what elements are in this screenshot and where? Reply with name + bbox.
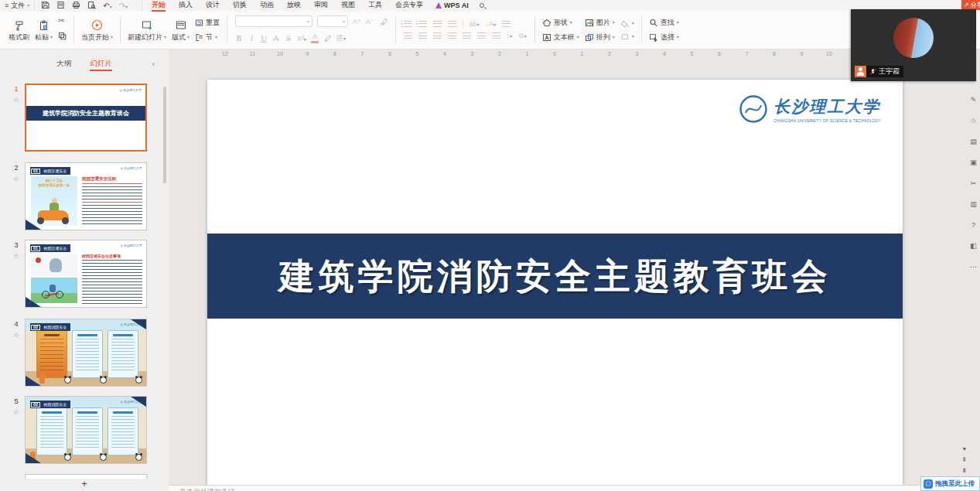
slide-thumbnail-4[interactable]: 长沙理工大学 02 校园消防安全 (25, 319, 147, 387)
select-button[interactable]: 选择▾ (649, 32, 679, 43)
strikethrough-button[interactable]: A (272, 34, 280, 43)
increase-font-button[interactable]: A⁺ (353, 18, 361, 26)
scroll-down-icon[interactable]: ▾ (963, 445, 966, 452)
italic-button[interactable]: I (248, 34, 255, 43)
star-panel-icon[interactable]: ☆ (970, 117, 976, 124)
font-family-select[interactable] (235, 15, 312, 27)
copy-button[interactable] (58, 29, 67, 43)
menubar: ≡ 文件 ▾ ↶▾ ↷▾ 开始 插入 设计 切换 动画 放映 审阅 视图 工具 … (0, 0, 980, 11)
image-panel-icon[interactable]: ▣ (970, 159, 977, 166)
upload-dropzone-button[interactable]: ⬡ 拖拽至此上传 (920, 476, 980, 491)
search-button[interactable] (480, 2, 484, 9)
outline-color-button[interactable]: ▾ (620, 32, 634, 41)
numbered-list-icon[interactable] (418, 21, 427, 27)
print-icon[interactable] (72, 1, 80, 11)
align-left-icon[interactable] (404, 32, 412, 39)
pen-panel-icon[interactable]: ✎ (971, 96, 977, 104)
line-spacing-button[interactable]: ↕▾ (507, 32, 513, 39)
decrease-spacing-icon[interactable] (492, 32, 500, 39)
picture-button[interactable]: 图片▾ (585, 18, 615, 28)
paste-button[interactable]: 粘贴▾ (35, 18, 53, 43)
slide-thumbnail-2[interactable]: 长沙理工大学 01 校园交通安全 骑行千万条 校园交通安全第一条 校园交通安全法… (25, 162, 147, 230)
tab-insert[interactable]: 插入 (179, 0, 193, 12)
help-panel-icon[interactable]: ? (971, 221, 975, 229)
distribute-icon[interactable] (463, 32, 471, 39)
animation-star-icon[interactable]: ☆ (12, 408, 21, 416)
wps-ai-button[interactable]: WPS AI (435, 2, 469, 9)
smartart-convert-icon[interactable] (502, 21, 510, 27)
shadow-button[interactable]: S (285, 34, 292, 43)
superscript-button[interactable]: X²▾ (297, 35, 306, 43)
meeting-video-overlay[interactable]: 王宇霞 (851, 9, 976, 81)
play-from-page-button[interactable]: 当页开始▾ (81, 18, 113, 43)
new-slide-button[interactable]: 新建幻灯片▾ (128, 18, 166, 43)
outdent-icon[interactable] (433, 21, 442, 27)
tab-transitions[interactable]: 切换 (233, 0, 247, 12)
tab-slides[interactable]: 幻灯片 (90, 59, 112, 71)
tab-review[interactable]: 审阅 (314, 0, 328, 12)
layout-panel-icon[interactable]: ▤ (970, 138, 977, 145)
text-direction-button[interactable]: ab▾ (470, 20, 480, 28)
prev-slide-icon[interactable]: ⇞ (961, 456, 967, 463)
justify-icon[interactable] (448, 32, 456, 39)
tab-outline[interactable]: 大纲 (56, 59, 71, 71)
layout-button[interactable]: 版式▾ (172, 18, 190, 43)
textbox-button[interactable]: 文本框▾ (542, 32, 579, 43)
paragraph-settings-button[interactable]: ⊜▾ (518, 32, 527, 39)
clear-format-icon[interactable] (379, 15, 388, 29)
animation-star-icon[interactable]: ☆ (12, 175, 21, 182)
font-size-select[interactable] (317, 15, 348, 27)
highlight-button[interactable] (323, 32, 332, 46)
underline-button[interactable]: U (260, 34, 268, 43)
sidebar-scrollbar[interactable] (163, 87, 166, 183)
animation-star-icon[interactable]: ☆ (12, 96, 21, 104)
print-preview-icon[interactable] (87, 1, 96, 11)
align-center-icon[interactable] (418, 32, 427, 39)
more-panel-icon[interactable]: ⋯ (970, 263, 977, 271)
tab-tools[interactable]: 工具 (368, 0, 382, 12)
slide-thumbnail-5[interactable]: 长沙理工大学 02 校园消防安全 (25, 396, 147, 464)
notes-pane[interactable]: 单击此处添加备注 (169, 485, 920, 491)
export-icon[interactable] (56, 1, 65, 11)
font-color-button[interactable]: A (311, 33, 319, 43)
phonetic-guide-button[interactable]: 拼▾ (336, 33, 346, 43)
add-slide-button[interactable]: + (0, 478, 169, 490)
redo-button[interactable]: ↷▾ (119, 2, 128, 10)
tab-design[interactable]: 设计 (206, 0, 220, 12)
fill-color-button[interactable]: ▾ (620, 19, 634, 28)
bullet-list-icon[interactable] (404, 21, 412, 27)
collapse-panel-icon[interactable]: ‹ (152, 60, 155, 68)
section-button[interactable]: 节▾ (195, 32, 220, 43)
shape-panel-icon[interactable]: ◧ (970, 242, 977, 250)
format-painter-button[interactable]: 格式刷 (9, 18, 29, 43)
decrease-font-button[interactable]: A⁻ (366, 18, 374, 26)
save-icon[interactable] (41, 1, 50, 11)
tab-home[interactable]: 开始 (152, 0, 166, 12)
title-banner[interactable]: 建筑学院消防安全主题教育班会 (207, 234, 903, 319)
animation-star-icon[interactable]: ☆ (12, 331, 21, 339)
vertical-text-button[interactable]: ↓A▾ (486, 20, 497, 28)
file-menu-button[interactable]: ≡ 文件 ▾ (5, 1, 34, 11)
tab-member[interactable]: 会员专享 (395, 0, 423, 12)
align-right-icon[interactable] (433, 32, 442, 39)
arrange-button[interactable]: 排列▾ (585, 32, 615, 43)
cut-button[interactable]: ✂ (58, 17, 67, 25)
undo-button[interactable]: ↶▾ (103, 2, 111, 10)
slide-canvas[interactable]: 长沙理工大学 CHANGSHA UNIVERSITY OF SCIENCE & … (207, 80, 903, 485)
next-slide-icon[interactable]: ⇟ (961, 467, 967, 474)
shapes-button[interactable]: 形状▾ (542, 18, 579, 28)
reset-button[interactable]: 重置 (195, 18, 220, 28)
tab-slideshow[interactable]: 放映 (287, 0, 301, 12)
alarm-shape (36, 257, 41, 263)
animation-star-icon[interactable]: ☆ (12, 252, 21, 260)
indent-icon[interactable] (448, 21, 456, 27)
tab-animation[interactable]: 动画 (260, 0, 274, 12)
find-button[interactable]: 查找▾ (649, 18, 679, 28)
slide-thumbnail-1[interactable]: 长沙理工大学 建筑学院消防安全主题教育班会 (25, 84, 147, 152)
list-panel-icon[interactable]: ▥ (970, 200, 977, 208)
tab-view[interactable]: 视图 (341, 0, 355, 12)
cut-panel-icon[interactable]: ✂ (971, 179, 977, 187)
increase-spacing-icon[interactable] (477, 32, 486, 39)
bold-button[interactable]: B (235, 34, 243, 43)
slide-thumbnail-3[interactable]: 长沙理工大学 01 校园交通安全 校园交通安全注意事项 (25, 240, 147, 308)
